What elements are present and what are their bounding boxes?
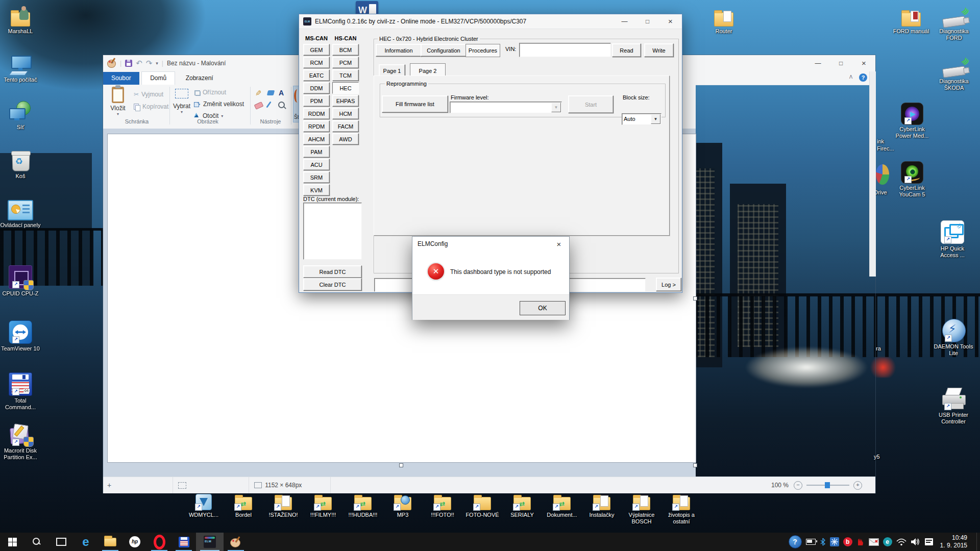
desktop-icon-diagnostika-skoda[interactable]: ))) Diagnostika ŠKODA	[931, 54, 977, 91]
firmware-level-dropdown[interactable]: ▼	[450, 102, 562, 113]
desktop-icon-serialy[interactable]: ⇄↗ SERIALY	[502, 493, 543, 518]
desktop-icon-wdmycloud[interactable]: ↗ WDMYCL...	[183, 493, 224, 518]
qat-customize-button[interactable]: ▾	[156, 61, 158, 66]
desktop-icon-router[interactable]: Router	[703, 4, 744, 35]
start-button[interactable]	[0, 533, 24, 551]
taskbar-total-commander-button[interactable]	[172, 533, 196, 551]
taskbar-edge-button[interactable]: e	[74, 533, 98, 551]
desktop-icon-cpuz[interactable]: ↗ CPUID CPU-Z	[0, 266, 41, 297]
redo-button[interactable]: ↷	[146, 59, 153, 68]
tab-information[interactable]: Information	[376, 44, 422, 57]
fill-firmware-list-button[interactable]: Fill firmware list	[382, 95, 448, 113]
tray-help-icon[interactable]: ?	[789, 535, 802, 548]
tray-bluetooth-icon[interactable]	[820, 538, 826, 546]
desktop-icon-mp3[interactable]: ↗ MP3	[382, 493, 423, 518]
module-button-hec-active[interactable]: HEC	[332, 82, 359, 94]
error-dialog-titlebar[interactable]: ELMConfig ×	[412, 237, 569, 251]
elmconfig-titlebar[interactable]: ELM ELMConfig 0.2.16c by civil-zz - Onli…	[299, 14, 682, 29]
elmconfig-close-button[interactable]: ×	[659, 14, 682, 28]
desktop-icon-this-pc[interactable]: Tento počítač	[0, 53, 41, 83]
tray-beats-icon[interactable]: b	[843, 537, 852, 546]
elmconfig-maximize-button[interactable]: □	[636, 14, 659, 28]
desktop-icon-network[interactable]: Síť	[0, 100, 41, 131]
module-button-eatc[interactable]: EATC	[303, 69, 330, 81]
tab-domu[interactable]: Domů	[141, 71, 175, 85]
zoom-out-button[interactable]: −	[794, 481, 802, 490]
desktop-icon-control-panel[interactable]: Ovládací panely	[0, 198, 41, 229]
crop-button[interactable]: Oříznout	[194, 89, 226, 96]
undo-button[interactable]: ↶	[136, 59, 142, 68]
desktop-icon-cyberlink-powermedia[interactable]: ▶ ↗ CyberLink Power Med...	[891, 102, 933, 139]
desktop-icon-filmy[interactable]: ⇄↗ !!!FILMY!!!	[303, 493, 344, 518]
module-button-kvm[interactable]: KVM	[303, 184, 330, 196]
tray-battery-icon[interactable]	[806, 539, 816, 545]
tab-procedures-selected[interactable]: Procedures	[465, 44, 500, 57]
module-button-rddm[interactable]: RDDM	[303, 108, 330, 119]
ok-button[interactable]: OK	[520, 301, 566, 315]
module-button-srm[interactable]: SRM	[303, 171, 330, 183]
desktop-icon-diagnostika-ford[interactable]: ))) Diagnostika FORD	[931, 4, 977, 41]
desktop-icon-total-commander[interactable]: -64- ↗ Total Command...	[0, 373, 41, 411]
module-button-ddm[interactable]: DDM	[303, 82, 330, 94]
module-button-ehpas[interactable]: EHPAS	[332, 95, 359, 107]
copy-button[interactable]: Kopírovat	[134, 103, 168, 110]
desktop-icon-bordel[interactable]: ⇄↗ Bordel	[223, 493, 264, 518]
module-button-rpdm[interactable]: RPDM	[303, 120, 330, 132]
desktop-icon-zivotopis[interactable]: ↗ životopis a ostatní	[661, 493, 702, 525]
vin-input[interactable]	[519, 43, 611, 57]
read-dtc-button[interactable]: Read DTC	[303, 265, 362, 278]
zoom-slider[interactable]	[806, 485, 849, 486]
paint-close-button[interactable]: ×	[852, 55, 875, 71]
show-desktop-button[interactable]	[976, 533, 980, 551]
help-icon[interactable]: ?	[859, 73, 867, 82]
magnifier-tool-icon[interactable]	[278, 102, 285, 108]
desktop-icon-macrorit[interactable]: ↗ Macrorit Disk Partition Ex...	[0, 423, 41, 461]
desktop-icon-cyberlink-youcam[interactable]: ↗ CyberLink YouCam 5	[891, 161, 933, 198]
desktop-icon-vyplatnice[interactable]: ↗ Výplatnice BOSCH	[621, 493, 662, 525]
zoom-in-button[interactable]: +	[853, 481, 862, 490]
module-button-rcm[interactable]: RCM	[303, 57, 330, 68]
text-tool-icon[interactable]: A	[279, 89, 284, 97]
clear-dtc-button[interactable]: Clear DTC	[303, 278, 362, 291]
module-button-pdm[interactable]: PDM	[303, 95, 330, 107]
desktop-icon-hp-quick-access[interactable]: )) ↗ HP Quick Access ...	[932, 221, 973, 259]
partial-drive-icon[interactable]	[876, 164, 889, 185]
fill-tool-icon[interactable]	[267, 90, 275, 95]
desktop-icon-usb-printer[interactable]: ↗ USB Printer Controller	[933, 388, 974, 425]
write-button[interactable]: Write	[644, 43, 674, 57]
eraser-tool-icon[interactable]	[254, 102, 264, 110]
task-view-button[interactable]	[49, 533, 74, 551]
tab-zobrazeni[interactable]: Zobrazení	[178, 72, 222, 85]
resize-button[interactable]: ↘ Změnit velikost	[194, 101, 244, 108]
module-button-ahcm[interactable]: AHCM	[303, 133, 330, 145]
tab-soubor[interactable]: Soubor	[103, 72, 139, 85]
module-button-gem[interactable]: GEM	[303, 44, 330, 56]
desktop-icon-marshall[interactable]: MarshaLL	[0, 4, 41, 35]
module-button-facm[interactable]: FACM	[332, 120, 359, 132]
module-button-hcm[interactable]: HCM	[332, 108, 359, 119]
paint-minimize-button[interactable]: —	[806, 55, 829, 71]
read-button[interactable]: Read	[612, 43, 641, 57]
desktop-icon-recycle-bin[interactable]: ♻ Koš	[0, 149, 41, 180]
error-dialog-close-button[interactable]: ×	[549, 237, 569, 251]
desktop-icon-dokumenty[interactable]: ⇄↗ Dokument...	[542, 493, 582, 518]
elmconfig-minimize-button[interactable]: —	[613, 14, 636, 28]
cut-button[interactable]: ✂ Vyjmout	[134, 91, 163, 98]
ribbon-collapse-icon[interactable]: ᐱ	[848, 74, 854, 81]
taskbar-search-button[interactable]	[24, 533, 49, 551]
tray-eset-icon[interactable]: e	[883, 537, 892, 546]
module-button-tcm[interactable]: TCM	[332, 69, 359, 81]
tab-configuration[interactable]: Configuration	[421, 44, 467, 57]
desktop-icon-hudba[interactable]: ⇄↗ !!!HUDBA!!!	[342, 493, 383, 518]
tray-bloody-hand-icon[interactable]	[856, 538, 865, 546]
desktop-icon-foto-nove[interactable]: ↗ FOTO-NOVÉ	[462, 493, 503, 518]
select-button[interactable]: Vybrat ▾	[173, 88, 191, 121]
module-button-acu[interactable]: ACU	[303, 159, 330, 170]
tray-wifi-icon[interactable]	[896, 538, 906, 546]
canvas-resize-handle-bottom[interactable]	[399, 463, 403, 467]
desktop-icon-teamviewer[interactable]: ↗ TeamViewer 10	[0, 321, 41, 352]
taskbar-hp-button[interactable]: hp	[122, 533, 147, 551]
canvas-resize-handle-right[interactable]	[693, 296, 697, 300]
tray-volume-icon[interactable]	[911, 538, 921, 546]
module-button-pam[interactable]: PAM	[303, 146, 330, 158]
